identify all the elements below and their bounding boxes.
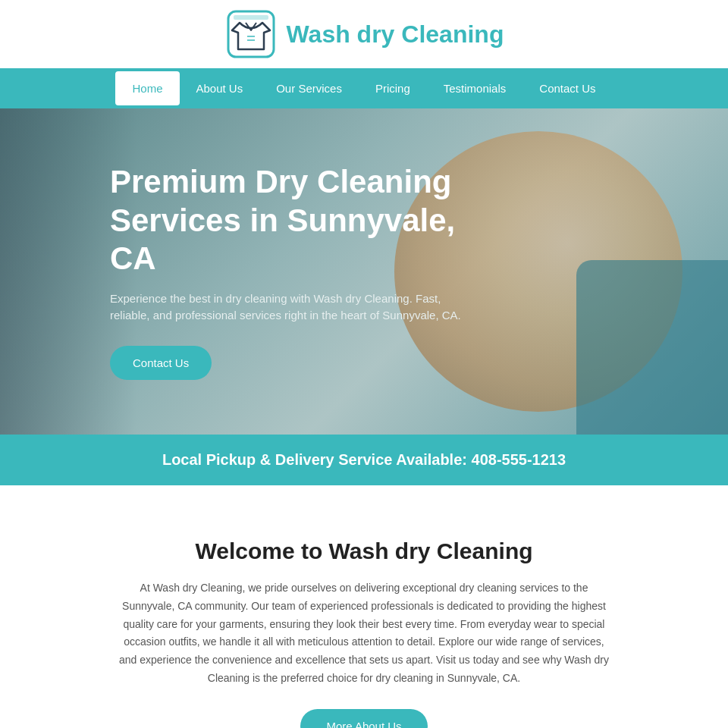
svg-rect-3: [234, 15, 268, 20]
nav-about[interactable]: About Us: [180, 71, 260, 105]
nav-services[interactable]: Our Services: [259, 71, 359, 105]
site-header: Wash dry Cleaning: [0, 0, 728, 68]
about-title: Welcome to Wash dry Cleaning: [61, 538, 667, 564]
about-cta-button[interactable]: More About Us: [300, 709, 427, 728]
hero-subtitle: Experience the best in dry cleaning with…: [110, 290, 470, 325]
hero-section: Premium Dry Cleaning Services in Sunnyva…: [0, 108, 728, 435]
logo-icon: [224, 8, 278, 61]
nav-contact[interactable]: Contact Us: [522, 71, 612, 105]
hero-title: Premium Dry Cleaning Services in Sunnyva…: [110, 163, 470, 278]
delivery-text: Local Pickup & Delivery Service Availabl…: [162, 451, 566, 468]
hero-cta-button[interactable]: Contact Us: [110, 346, 212, 380]
delivery-banner: Local Pickup & Delivery Service Availabl…: [0, 435, 728, 485]
main-nav: Home About Us Our Services Pricing Testi…: [0, 68, 728, 108]
about-section: Welcome to Wash dry Cleaning At Wash dry…: [0, 508, 728, 728]
spacer: [0, 485, 728, 508]
nav-pricing[interactable]: Pricing: [359, 71, 427, 105]
nav-home[interactable]: Home: [115, 71, 179, 105]
hero-content: Premium Dry Cleaning Services in Sunnyva…: [0, 163, 470, 379]
logo-container: Wash dry Cleaning: [224, 8, 504, 61]
nav-testimonials[interactable]: Testimonials: [427, 71, 523, 105]
hero-deco-teal: [576, 260, 728, 435]
logo-text: Wash dry Cleaning: [287, 20, 504, 49]
about-body: At Wash dry Cleaning, we pride ourselves…: [114, 579, 614, 688]
